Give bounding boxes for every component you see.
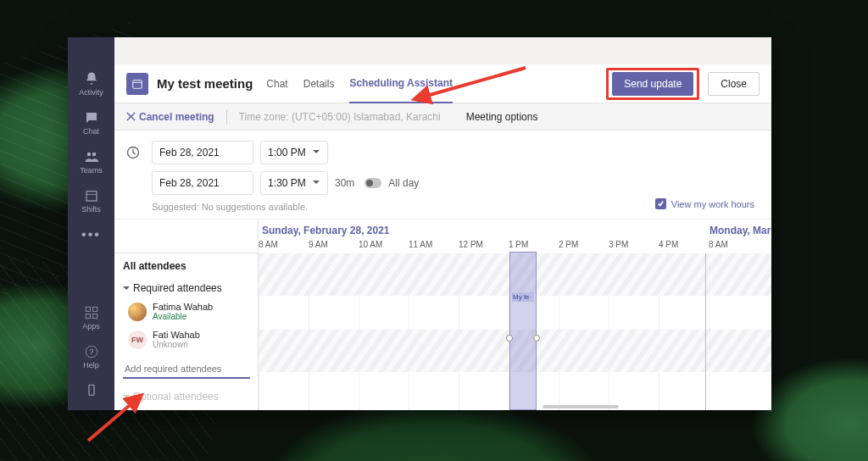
sidebar-item-chat[interactable]: Chat bbox=[68, 103, 114, 142]
tab-chat[interactable]: Chat bbox=[266, 64, 287, 103]
svg-rect-10 bbox=[86, 307, 90, 311]
allday-toggle[interactable] bbox=[364, 178, 381, 188]
subbar: Cancel meeting Time zone: (UTC+05:00) Is… bbox=[114, 103, 771, 131]
cancel-meeting-button[interactable]: Cancel meeting bbox=[126, 111, 214, 123]
cancel-label: Cancel meeting bbox=[139, 111, 214, 123]
sidebar-item-apps[interactable]: Apps bbox=[68, 298, 114, 337]
hour-label: 9 AM bbox=[309, 240, 359, 253]
day-header-next: Monday, Mar bbox=[709, 225, 771, 236]
chevron-down-icon bbox=[312, 177, 320, 189]
send-update-highlight: Send update bbox=[606, 68, 699, 100]
sidebar-item-more[interactable]: ••• bbox=[68, 220, 114, 249]
timezone-label: Time zone: (UTC+05:00) Islamabad, Karach… bbox=[239, 111, 441, 123]
app-sidebar: Activity Chat Teams Shifts ••• Apps ? He… bbox=[68, 37, 114, 410]
sidebar-item-help[interactable]: ? Help bbox=[68, 337, 114, 376]
sidebar-item-shifts[interactable]: Shifts bbox=[68, 181, 114, 220]
sidebar-label: Apps bbox=[82, 322, 100, 330]
svg-rect-16 bbox=[89, 385, 94, 395]
teams-icon bbox=[84, 149, 99, 164]
optional-attendees-header[interactable]: Optional attendees bbox=[114, 387, 258, 406]
start-time-field[interactable]: 1:00 PM bbox=[260, 141, 328, 164]
slot-handle-left[interactable] bbox=[506, 335, 513, 342]
hour-label: 11 AM bbox=[409, 240, 459, 253]
sidebar-label: Shifts bbox=[81, 205, 101, 214]
field-value: Feb 28, 2021 bbox=[159, 147, 220, 158]
hour-label: 8 AM bbox=[259, 240, 309, 253]
attendee-name: Fatima Wahab bbox=[153, 302, 213, 312]
svg-rect-13 bbox=[92, 314, 97, 319]
field-value: Feb 28, 2021 bbox=[159, 177, 220, 189]
caret-down-icon bbox=[123, 393, 130, 400]
close-icon bbox=[126, 112, 136, 121]
duration-label: 30m bbox=[335, 177, 354, 189]
svg-rect-12 bbox=[86, 314, 90, 319]
svg-rect-8 bbox=[86, 192, 97, 201]
checkbox-icon bbox=[655, 198, 666, 209]
meeting-header: My test meeting Chat Details Scheduling … bbox=[114, 64, 771, 103]
svg-text:?: ? bbox=[89, 347, 93, 356]
svg-rect-11 bbox=[92, 307, 97, 311]
shifts-icon bbox=[84, 188, 99, 203]
apps-icon bbox=[84, 305, 99, 320]
svg-rect-17 bbox=[133, 80, 142, 88]
allday-label: All day bbox=[388, 177, 419, 189]
field-value: 1:00 PM bbox=[268, 147, 306, 158]
slot-handle-right[interactable] bbox=[533, 335, 540, 342]
start-date-field[interactable]: Feb 28, 2021 bbox=[152, 141, 253, 164]
avatar: FW bbox=[128, 330, 147, 349]
tab-scheduling-assistant[interactable]: Scheduling Assistant bbox=[349, 64, 453, 103]
schedule-grid[interactable]: Sunday, February 28, 2021 Monday, Mar 8 … bbox=[259, 219, 771, 410]
help-icon: ? bbox=[84, 344, 99, 359]
attendee-row[interactable]: FW Fati Wahab Unknown bbox=[114, 325, 258, 353]
chat-icon bbox=[84, 110, 99, 125]
end-date-field[interactable]: Feb 28, 2021 bbox=[152, 171, 253, 195]
device-icon bbox=[84, 383, 99, 398]
send-update-button[interactable]: Send update bbox=[612, 72, 693, 96]
hour-label: 2 PM bbox=[559, 240, 609, 253]
day-header: Sunday, February 28, 2021 bbox=[262, 225, 390, 236]
selected-timeslot[interactable]: My te bbox=[509, 252, 537, 410]
view-work-hours-checkbox[interactable]: View my work hours bbox=[655, 198, 754, 209]
calendar-icon bbox=[126, 73, 148, 95]
bell-icon bbox=[84, 71, 99, 86]
field-value: 1:30 PM bbox=[268, 177, 306, 189]
sidebar-label: Chat bbox=[83, 127, 99, 136]
sidebar-label: Teams bbox=[80, 166, 103, 175]
end-time-field[interactable]: 1:30 PM bbox=[260, 171, 328, 195]
sidebar-item-device[interactable] bbox=[68, 376, 114, 410]
view-hours-label: View my work hours bbox=[671, 199, 754, 209]
tab-details[interactable]: Details bbox=[303, 64, 335, 103]
svg-point-6 bbox=[86, 153, 91, 157]
add-required-attendees-input[interactable] bbox=[123, 360, 250, 379]
attendee-name: Fati Wahab bbox=[153, 330, 200, 340]
all-attendees-header: All attendees bbox=[114, 253, 258, 279]
hour-label: 10 AM bbox=[359, 240, 409, 253]
sidebar-label: Activity bbox=[79, 88, 103, 97]
attendee-row[interactable]: Fatima Wahab Available bbox=[114, 297, 258, 325]
sidebar-item-activity[interactable]: Activity bbox=[68, 64, 114, 103]
sidebar-item-teams[interactable]: Teams bbox=[68, 142, 114, 181]
meeting-title: My test meeting bbox=[157, 76, 253, 91]
sidebar-label: Help bbox=[83, 361, 99, 369]
hour-label: 12 PM bbox=[459, 240, 509, 253]
clock-icon bbox=[126, 146, 140, 159]
attendees-pane: All attendees Required attendees Fatima … bbox=[114, 219, 259, 410]
caret-down-icon bbox=[123, 285, 130, 292]
chevron-down-icon bbox=[312, 147, 320, 158]
event-chip[interactable]: My te bbox=[512, 292, 534, 302]
attendee-status: Unknown bbox=[153, 340, 200, 349]
hour-label: 4 PM bbox=[659, 240, 709, 253]
svg-point-7 bbox=[92, 153, 96, 157]
attendee-status: Available bbox=[153, 312, 213, 321]
hour-label: 8 AM bbox=[709, 240, 759, 253]
avatar bbox=[128, 303, 147, 321]
hour-label: 3 PM bbox=[609, 240, 659, 253]
horizontal-scrollbar[interactable] bbox=[496, 405, 665, 410]
close-button[interactable]: Close bbox=[708, 72, 760, 96]
required-attendees-header[interactable]: Required attendees bbox=[114, 279, 258, 297]
date-section: Feb 28, 2021 1:00 PM Feb 28, 2021 1:30 P… bbox=[114, 131, 771, 219]
meeting-options-link[interactable]: Meeting options bbox=[466, 111, 538, 123]
